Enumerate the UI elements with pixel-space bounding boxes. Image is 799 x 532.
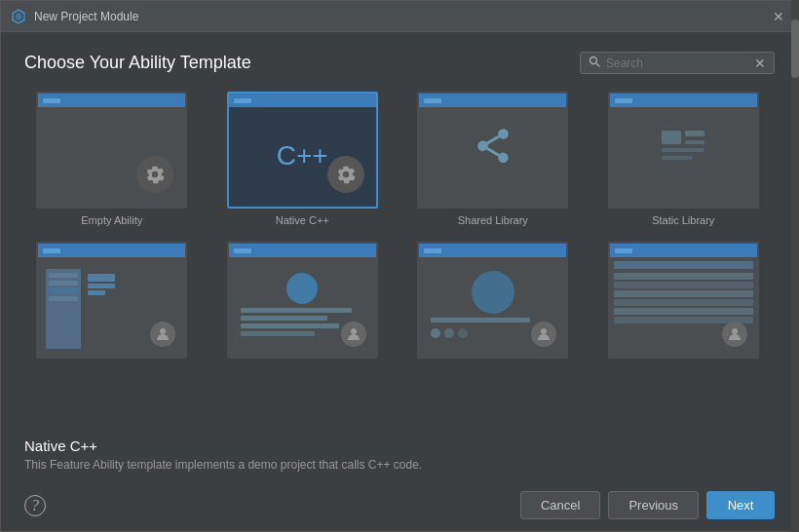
search-input[interactable] xyxy=(606,57,748,70)
template-thumbnail-table xyxy=(608,242,759,359)
template-card-list[interactable] xyxy=(215,242,391,364)
templates-grid: Empty Ability C++ Native C++ xyxy=(24,92,771,374)
template-card-table[interactable] xyxy=(596,242,772,364)
svg-line-3 xyxy=(596,63,599,66)
search-clear-button[interactable]: ✕ xyxy=(754,57,766,70)
app-icon xyxy=(11,9,26,24)
dialog: New Project Module ✕ Choose Your Ability… xyxy=(0,0,799,532)
search-box[interactable]: ✕ xyxy=(580,52,775,74)
title-bar-title: New Project Module xyxy=(34,10,138,23)
svg-point-14 xyxy=(541,328,547,334)
template-card-detail[interactable] xyxy=(405,242,581,364)
dialog-header: Choose Your Ability Template ✕ xyxy=(24,52,775,74)
dialog-title: Choose Your Ability Template xyxy=(24,53,251,73)
title-bar: New Project Module ✕ xyxy=(1,1,798,32)
title-bar-left: New Project Module xyxy=(11,9,138,24)
template-card-form[interactable] xyxy=(24,242,200,364)
template-label-cpp: Native C++ xyxy=(276,214,329,226)
template-thumbnail-empty xyxy=(36,92,187,209)
svg-rect-4 xyxy=(662,131,681,144)
cpp-icon: C++ xyxy=(277,140,328,171)
cancel-button[interactable]: Cancel xyxy=(520,491,600,519)
gear-icon-cpp xyxy=(327,156,364,193)
share-icon xyxy=(473,126,514,171)
template-label-empty: Empty Ability xyxy=(81,214,142,226)
template-thumbnail-static xyxy=(608,92,759,209)
svg-rect-8 xyxy=(662,156,693,160)
template-thumbnail-form xyxy=(36,242,187,359)
next-button[interactable]: Next xyxy=(706,491,775,519)
svg-rect-10 xyxy=(88,284,115,288)
svg-rect-7 xyxy=(662,148,704,152)
dialog-footer: ? Cancel Previous Next xyxy=(1,479,798,531)
template-label-shared: Shared Library xyxy=(458,214,528,226)
template-thumbnail-shared xyxy=(417,92,568,209)
search-icon xyxy=(589,56,600,70)
svg-point-13 xyxy=(351,328,357,334)
svg-rect-6 xyxy=(685,140,704,144)
footer-buttons: Cancel Previous Next xyxy=(520,491,775,519)
template-card-empty-ability[interactable]: Empty Ability xyxy=(24,92,200,226)
list-circle-icon xyxy=(286,273,318,304)
svg-rect-11 xyxy=(88,290,105,295)
selected-template-info: Native C++ This Feature Ability template… xyxy=(1,426,798,472)
templates-grid-container[interactable]: Empty Ability C++ Native C++ xyxy=(24,92,775,426)
dialog-body: Choose Your Ability Template ✕ xyxy=(1,32,798,426)
template-card-static-library[interactable]: Static Library xyxy=(596,92,772,226)
gear-icon-empty xyxy=(136,156,173,193)
svg-rect-9 xyxy=(88,274,115,282)
svg-marker-1 xyxy=(16,13,21,20)
svg-point-15 xyxy=(732,328,738,334)
template-card-native-cpp[interactable]: C++ Native C++ xyxy=(215,92,391,226)
person-icon-table xyxy=(722,322,747,347)
help-button[interactable]: ? xyxy=(24,495,46,516)
template-card-shared-library[interactable]: Shared Library xyxy=(405,92,581,226)
template-thumbnail-list xyxy=(227,242,378,359)
templates-area: Empty Ability C++ Native C++ xyxy=(24,92,775,426)
layout-icon xyxy=(660,128,706,169)
detail-circle-icon xyxy=(472,271,514,314)
template-label-static: Static Library xyxy=(652,214,714,226)
sidebar-preview xyxy=(46,269,81,349)
close-button[interactable]: ✕ xyxy=(769,8,788,25)
person-icon-list xyxy=(341,322,366,347)
selected-template-description: This Feature Ability template implements… xyxy=(24,458,775,472)
previous-button[interactable]: Previous xyxy=(608,491,699,519)
selected-template-name: Native C++ xyxy=(24,437,775,454)
template-thumbnail-cpp: C++ xyxy=(227,92,378,209)
svg-rect-5 xyxy=(685,131,704,136)
svg-point-12 xyxy=(160,328,166,334)
template-thumbnail-detail xyxy=(417,242,568,359)
